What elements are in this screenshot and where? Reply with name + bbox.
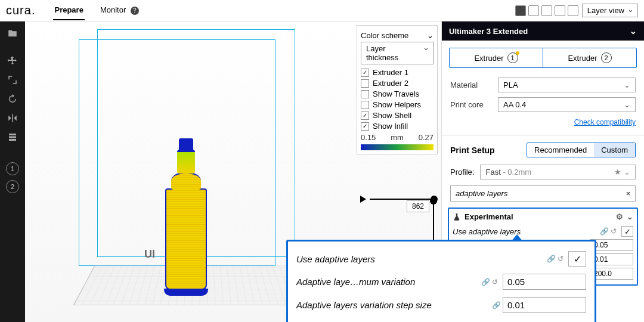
printer-name: Ultimaker 3 Extended [449,27,528,36]
extruder-1-tab[interactable]: Extruder 1 [450,48,543,67]
layer-vertical-handle[interactable] [430,197,437,205]
left-toolbar: 1 2 [0,21,25,322]
extruder-2-label: Extruder [568,54,597,63]
label-travels: Show Travels [373,89,419,98]
extruder-2-tool[interactable]: 2 [6,180,19,193]
extruder-1-tool[interactable]: 1 [6,162,19,175]
label-infill: Show Infill [373,122,408,131]
scale-tool-icon[interactable] [4,72,21,88]
app-logo: cura. [6,4,35,17]
printcore-label: Print core [450,100,492,109]
check-compatibility-link[interactable]: Check compatibility [442,114,644,132]
flask-icon [453,213,461,221]
plate-logo: Ul [144,248,155,261]
zoom-max-variation-label: Adaptive laye…mum variation [296,277,479,287]
mirror-tool-icon[interactable] [4,110,21,126]
search-text: adaptive layers [456,189,507,198]
link-icon[interactable]: 🔗 [492,301,500,309]
chevron-down-icon[interactable]: ⌄ [627,212,633,221]
step-size-input[interactable] [590,253,633,265]
view-mode-select[interactable]: Layer view [582,4,638,17]
max-variation-input[interactable] [590,239,633,251]
printer-select[interactable]: Ultimaker 3 Extended [442,21,644,41]
checkbox-shell[interactable]: ✓ [361,112,369,120]
extruder-2-badge: 2 [601,52,612,63]
checkbox-infill[interactable]: ✓ [361,122,369,131]
view-xray-icon[interactable] [528,5,539,16]
link-icon[interactable]: 🔗 [547,255,555,263]
scale-unit: mm [391,133,404,142]
scale-max: 0.27 [419,133,434,142]
label-shell: Show Shell [373,111,411,120]
settings-search-input[interactable]: adaptive layers × [450,185,636,202]
clear-search-icon[interactable]: × [626,189,630,198]
gear-icon[interactable]: ⚙ [616,212,623,221]
material-select[interactable]: PLA [498,78,636,92]
model-preview[interactable] [162,117,210,296]
threshold-input[interactable] [590,268,633,280]
profile-select[interactable]: Fast - 0.2mm [480,165,636,179]
zoom-step-size-label: Adaptive layers variation step size [296,300,490,310]
profile-label: Profile: [450,168,474,177]
layer-count-field[interactable]: 862 [407,200,429,212]
checkbox-travels[interactable] [361,90,369,98]
use-adaptive-label: Use adaptive layers [453,227,597,236]
view-solid-icon[interactable] [515,5,526,16]
extruder-2-tab[interactable]: Extruder 2 [543,48,636,67]
play-icon[interactable] [360,196,366,203]
scale-min: 0.15 [361,133,376,142]
thickness-gradient [361,144,434,150]
rotate-tool-icon[interactable] [4,91,21,107]
profile-name: Fast [485,168,500,177]
custom-button[interactable]: Custom [594,143,635,157]
view-layer-icon[interactable] [541,5,552,16]
reset-icon[interactable]: ↺ [558,255,566,263]
link-icon[interactable]: 🔗 [481,278,490,286]
extruder-1-label: Extruder [474,54,503,63]
group-title: Experimental [465,212,513,221]
view-icons [515,5,578,16]
zoom-step-size-input[interactable] [503,297,586,313]
link-icon[interactable]: 🔗 [600,227,608,236]
move-tool-icon[interactable] [4,52,21,69]
recommended-button[interactable]: Recommended [527,143,594,157]
view-5-icon[interactable] [568,5,578,16]
checkbox-helpers[interactable] [361,101,369,109]
zoom-use-adaptive-label: Use adaptive layers [296,254,544,264]
profile-detail: - 0.2mm [501,168,531,177]
settings-zoom-callout: Use adaptive layers 🔗 ↺ ✓ Adaptive laye…… [286,240,596,322]
view-4-icon[interactable] [555,5,565,16]
color-scheme-label: Color scheme [361,31,408,40]
permodel-tool-icon[interactable] [4,129,21,145]
extruder-1-badge: 1 [507,52,518,63]
zoom-use-adaptive-checkbox[interactable]: ✓ [568,251,586,267]
checkbox-ext2[interactable] [361,79,369,88]
tab-monitor[interactable]: Monitor ? [99,1,140,20]
reset-icon[interactable]: ↺ [611,227,619,236]
print-setup-title: Print Setup [450,145,495,155]
layer-view-panel: Color scheme⌄ Layer thickness ✓Extruder … [357,25,438,154]
zoom-max-variation-input[interactable] [503,274,586,290]
label-helpers: Show Helpers [373,100,421,109]
checkbox-ext1[interactable]: ✓ [361,69,369,77]
open-file-icon[interactable] [4,25,21,42]
label-ext1: Extruder 1 [373,68,408,77]
reset-icon[interactable]: ↺ [492,278,500,286]
tab-prepare[interactable]: Prepare [53,1,84,20]
use-adaptive-checkbox[interactable]: ✓ [621,226,633,237]
tab-monitor-label: Monitor [100,5,126,14]
material-label: Material [450,80,492,89]
label-ext2: Extruder 2 [373,79,408,88]
printcore-select[interactable]: AA 0.4 [498,97,636,112]
color-scheme-select[interactable]: Layer thickness [361,42,434,64]
help-icon[interactable]: ? [131,7,139,15]
